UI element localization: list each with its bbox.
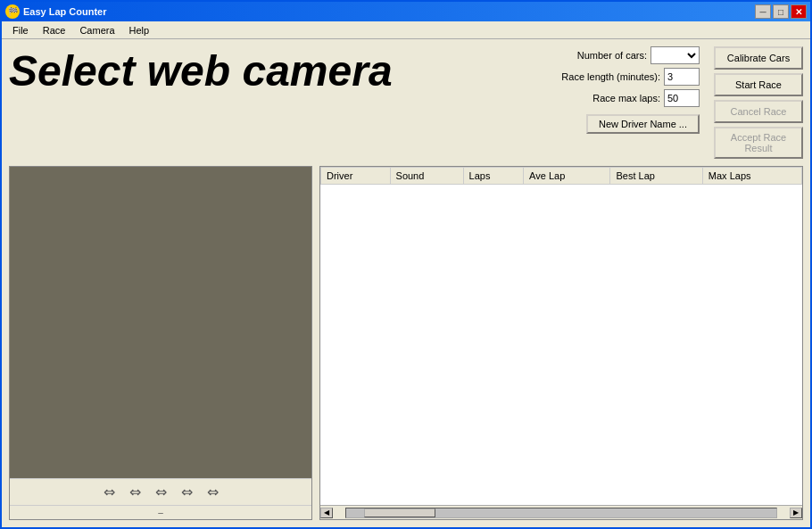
close-button[interactable]: ✕ bbox=[791, 4, 807, 19]
calibrate-button[interactable]: Calibrate Cars bbox=[714, 46, 803, 70]
race-length-input[interactable] bbox=[664, 68, 700, 86]
controls-area: Number of cars: Race length (minutes): R… bbox=[561, 46, 700, 134]
accept-line1: Accept Race bbox=[731, 132, 786, 143]
num-cars-select[interactable] bbox=[650, 46, 700, 64]
camera-bottom-text: – bbox=[10, 505, 311, 519]
camera-panel: ⇔ ⇔ ⇔ ⇔ ⇔ – bbox=[9, 166, 312, 520]
accept-line2: Result bbox=[744, 143, 772, 153]
menu-file[interactable]: File bbox=[5, 23, 36, 37]
top-section: Select web camera Number of cars: Race l… bbox=[9, 46, 803, 159]
camera-controls: ⇔ ⇔ ⇔ ⇔ ⇔ bbox=[10, 478, 311, 505]
bottom-section: ⇔ ⇔ ⇔ ⇔ ⇔ – Driver Sound bbox=[9, 166, 803, 520]
scroll-left-button[interactable]: ◀ bbox=[320, 508, 333, 518]
restore-button[interactable]: □ bbox=[773, 4, 789, 19]
title-bar-left: 🏁 Easy Lap Counter bbox=[5, 4, 107, 19]
num-cars-row: Number of cars: bbox=[561, 46, 700, 64]
start-race-button[interactable]: Start Race bbox=[714, 73, 803, 96]
race-max-laps-label: Race max laps: bbox=[592, 93, 660, 103]
scrollbar-track[interactable] bbox=[345, 508, 777, 518]
menu-race[interactable]: Race bbox=[36, 23, 73, 37]
horizontal-scrollbar[interactable]: ◀ ▶ bbox=[320, 505, 802, 519]
buttons-area: Calibrate Cars Start Race Cancel Race Ac… bbox=[714, 46, 803, 159]
main-window: 🏁 Easy Lap Counter ─ □ ✕ File Race Camer… bbox=[0, 0, 812, 529]
cancel-race-button[interactable]: Cancel Race bbox=[714, 100, 803, 123]
col-ave-lap: Ave Lap bbox=[524, 168, 610, 185]
minimize-button[interactable]: ─ bbox=[755, 4, 771, 19]
col-sound: Sound bbox=[390, 168, 463, 185]
col-driver: Driver bbox=[321, 168, 391, 185]
race-max-laps-input[interactable] bbox=[664, 89, 700, 107]
table-header-row: Driver Sound Laps Ave Lap Best Lap Max L… bbox=[321, 168, 802, 185]
camera-arrow-5[interactable]: ⇔ bbox=[207, 484, 219, 500]
table-container[interactable]: Driver Sound Laps Ave Lap Best Lap Max L… bbox=[320, 167, 802, 505]
main-content: Select web camera Number of cars: Race l… bbox=[2, 39, 810, 527]
data-table: Driver Sound Laps Ave Lap Best Lap Max L… bbox=[320, 167, 802, 185]
camera-arrow-3[interactable]: ⇔ bbox=[155, 484, 167, 500]
menu-camera[interactable]: Camera bbox=[72, 23, 121, 37]
col-laps: Laps bbox=[463, 168, 524, 185]
title-bar: 🏁 Easy Lap Counter ─ □ ✕ bbox=[2, 2, 810, 21]
col-best-lap: Best Lap bbox=[610, 168, 702, 185]
camera-view bbox=[10, 167, 311, 478]
camera-arrow-2[interactable]: ⇔ bbox=[129, 484, 141, 500]
menu-help[interactable]: Help bbox=[122, 23, 157, 37]
new-driver-row: New Driver Name ... bbox=[561, 111, 700, 134]
camera-arrow-4[interactable]: ⇔ bbox=[181, 484, 193, 500]
data-panel: Driver Sound Laps Ave Lap Best Lap Max L… bbox=[319, 166, 803, 520]
num-cars-label: Number of cars: bbox=[577, 50, 647, 61]
race-length-row: Race length (minutes): bbox=[561, 68, 700, 86]
accept-race-button[interactable]: Accept Race Result bbox=[714, 127, 803, 159]
col-max-laps: Max Laps bbox=[702, 168, 801, 185]
title-bar-controls: ─ □ ✕ bbox=[755, 4, 807, 19]
form-area: Number of cars: Race length (minutes): R… bbox=[561, 46, 700, 134]
scroll-right-button[interactable]: ▶ bbox=[790, 508, 802, 518]
camera-arrow-1[interactable]: ⇔ bbox=[104, 484, 115, 500]
race-length-label: Race length (minutes): bbox=[561, 71, 660, 82]
new-driver-button[interactable]: New Driver Name ... bbox=[586, 114, 700, 134]
window-title: Easy Lap Counter bbox=[23, 6, 107, 17]
page-title: Select web camera bbox=[9, 46, 554, 93]
scrollbar-thumb[interactable] bbox=[364, 508, 435, 517]
race-max-laps-row: Race max laps: bbox=[561, 89, 700, 107]
menu-bar: File Race Camera Help bbox=[2, 21, 810, 39]
app-icon: 🏁 bbox=[5, 4, 20, 19]
